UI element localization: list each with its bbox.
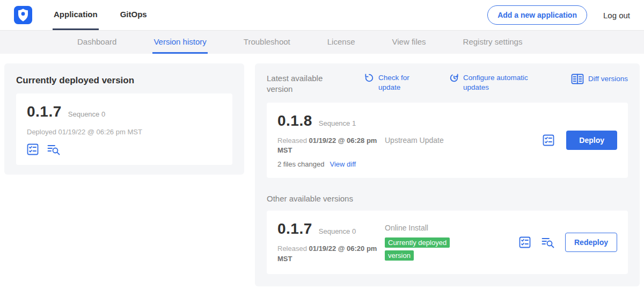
currently-deployed-panel: Currently deployed version 0.1.7 Sequenc… [4, 63, 244, 175]
subnav-item-view-files[interactable]: View files [391, 31, 427, 54]
latest-released-text: Released 01/19/22 @ 06:28 pm MST [277, 136, 380, 156]
other-release-info: 0.1.7 Sequence 0 Released 01/19/22 @ 06:… [277, 220, 385, 264]
navbar-right: Add a new application Log out [487, 0, 630, 30]
other-release-actions: Redeploy [519, 233, 617, 252]
latest-release-card: 0.1.8 Sequence 1 Released 01/19/22 @ 06:… [267, 103, 628, 178]
kots-logo-icon [14, 6, 32, 24]
files-changed-text: 2 files changed [277, 160, 324, 168]
primary-tabs: Application GitOps [53, 0, 148, 30]
logout-link[interactable]: Log out [603, 11, 630, 20]
release-notes-icon[interactable] [519, 236, 531, 248]
other-release-source: Online Install Currently deployed versio… [385, 224, 519, 262]
redeploy-button[interactable]: Redeploy [565, 233, 617, 252]
other-available-versions-title: Other available versions [267, 194, 628, 203]
other-sequence-label: Sequence 0 [319, 227, 356, 235]
page: Application GitOps Add a new application… [0, 0, 644, 288]
app-subnav: Dashboard Version history Troubleshoot L… [0, 31, 644, 54]
view-diff-icon[interactable] [541, 236, 554, 248]
deploy-button[interactable]: Deploy [566, 131, 617, 150]
currently-deployed-badge: Currently deployed version [385, 236, 460, 262]
subnav-item-registry-settings[interactable]: Registry settings [462, 31, 524, 54]
configure-automatic-updates-link[interactable]: Configure automatic updates [449, 73, 534, 92]
view-diff-link[interactable]: View diff [330, 160, 356, 168]
deployed-version-row: 0.1.7 Sequence 0 [27, 103, 222, 120]
other-version-number: 0.1.7 [277, 220, 312, 237]
view-diff-icon[interactable] [47, 143, 60, 155]
tab-application-label: Application [54, 10, 98, 19]
install-type-label: Online Install [385, 224, 519, 232]
other-released-text: Released 01/19/22 @ 06:20 pm MST [277, 244, 380, 264]
tab-gitops-label: GitOps [120, 10, 147, 19]
available-versions-panel: Latest available version Check for updat… [255, 63, 640, 286]
latest-sequence-label: Sequence 1 [319, 119, 356, 127]
configure-automatic-updates-label: Configure automatic updates [463, 73, 534, 92]
diff-versions-label: Diff versions [588, 74, 628, 84]
subnav-item-version-history[interactable]: Version history [152, 31, 207, 54]
subnav-item-license[interactable]: License [326, 31, 356, 54]
deployed-version-card: 0.1.7 Sequence 0 Deployed 01/19/22 @ 06:… [16, 93, 232, 165]
tab-application[interactable]: Application [53, 0, 99, 30]
release-notes-icon[interactable] [27, 143, 39, 155]
latest-available-title: Latest available version [267, 73, 347, 95]
other-release-card: 0.1.7 Sequence 0 Released 01/19/22 @ 06:… [267, 211, 628, 274]
tab-gitops[interactable]: GitOps [119, 0, 148, 30]
currently-deployed-title: Currently deployed version [16, 75, 232, 86]
deployed-date-text: Deployed 01/19/22 @ 06:26 pm MST [27, 128, 222, 136]
subnav-item-troubleshoot[interactable]: Troubleshoot [243, 31, 291, 54]
add-new-application-button[interactable]: Add a new application [487, 5, 587, 25]
deployed-sequence-label: Sequence 0 [68, 110, 105, 118]
check-for-update-label: Check for update [378, 73, 417, 92]
diff-versions-icon [571, 73, 584, 85]
app-logo [14, 0, 32, 30]
latest-release-info: 0.1.8 Sequence 1 Released 01/19/22 @ 06:… [277, 112, 385, 169]
available-versions-header: Latest available version Check for updat… [262, 73, 632, 95]
refresh-icon [364, 73, 374, 83]
deployed-version-number: 0.1.7 [27, 103, 62, 120]
deployed-card-actions [27, 143, 222, 155]
top-navbar: Application GitOps Add a new application… [0, 0, 644, 31]
latest-version-number: 0.1.8 [277, 112, 312, 129]
subnav-item-dashboard[interactable]: Dashboard [76, 31, 118, 54]
auto-update-clock-icon [449, 73, 459, 83]
diff-versions-link[interactable]: Diff versions [571, 73, 628, 85]
latest-release-source: Upstream Update [385, 135, 543, 145]
check-for-update-link[interactable]: Check for update [364, 73, 417, 92]
latest-release-actions: Deploy [543, 131, 617, 150]
release-notes-icon[interactable] [543, 134, 554, 146]
